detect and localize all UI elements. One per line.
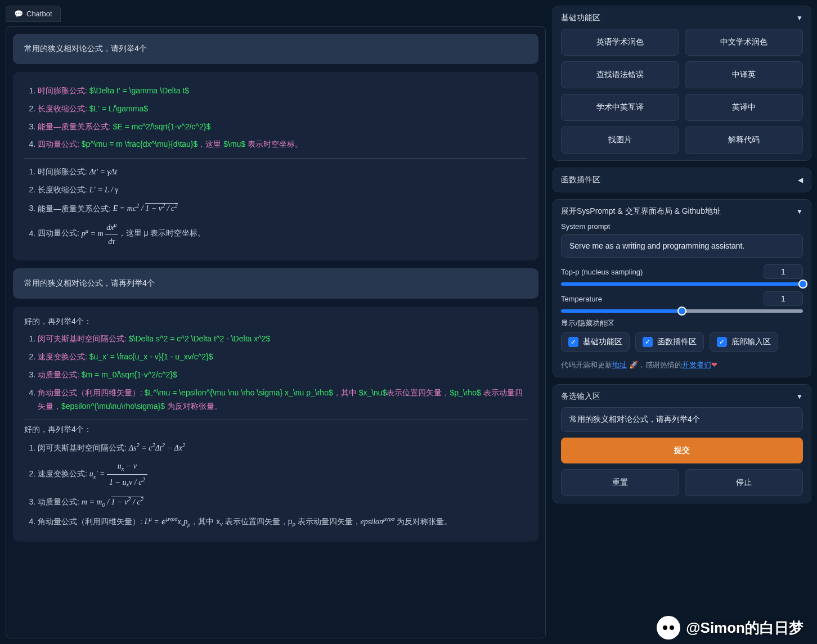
tab-bar: 💬 Chatbot xyxy=(6,6,546,22)
action-button[interactable]: 找图片 xyxy=(561,127,679,154)
formula-item-raw: 长度收缩公式: $L' = L/\gamma$ xyxy=(38,100,527,118)
alt-input[interactable]: 常用的狭义相对论公式，请再列举4个 xyxy=(561,407,803,432)
chevron-down-icon: ▼ xyxy=(796,14,803,22)
formula-item-rendered: 四动量公式: pμ = m dxμdτ，这里 μ 表示时空坐标。 xyxy=(38,218,527,250)
user-message-2: 常用的狭义相对论公式，请再列举4个 xyxy=(13,268,538,299)
formula-item-raw: 时间膨胀公式: $\Delta t' = \gamma \Delta t$ xyxy=(38,82,527,100)
divider xyxy=(24,158,527,159)
action-button[interactable]: 解释代码 xyxy=(685,127,803,154)
zone-checkbox[interactable]: ✓底部输入区 xyxy=(710,332,778,352)
formula-item-raw: 速度变换公式: $u_x' = \frac{u_x - v}{1 - u_xv/… xyxy=(38,348,527,366)
footer-note: 代码开源和更新地址 🚀，感谢热情的开发者们❤ xyxy=(561,360,803,370)
sysprompt-label: System prompt xyxy=(561,222,803,231)
chevron-left-icon: ◀ xyxy=(798,176,803,184)
weibo-icon xyxy=(657,616,680,640)
zone-checkbox[interactable]: ✓函数插件区 xyxy=(635,332,704,352)
advanced-panel: 展开SysPrompt & 交互界面布局 & Github地址 ▼ System… xyxy=(553,199,811,377)
chevron-down-icon: ▼ xyxy=(796,393,803,400)
bot-intro-rendered: 好的，再列举4个： xyxy=(24,425,527,435)
temp-slider[interactable] xyxy=(561,309,803,313)
zones-label: 显示/隐藏功能区 xyxy=(561,318,803,328)
user-message-1: 常用的狭义相对论公式，请列举4个 xyxy=(13,34,538,64)
chatbot-tab[interactable]: 💬 Chatbot xyxy=(6,6,61,22)
submit-button[interactable]: 提交 xyxy=(561,438,803,463)
bot-intro: 好的，再列举4个： xyxy=(24,317,527,327)
formula-item-rendered: 速度变换公式: ux′ = ux − v1 − uxv / c2 xyxy=(38,457,527,492)
chat-icon: 💬 xyxy=(14,10,23,18)
temp-value[interactable]: 1 xyxy=(764,291,803,306)
plugins-panel-header[interactable]: 函数插件区 ◀ xyxy=(561,175,803,185)
alt-input-value: 常用的狭义相对论公式，请再列举4个 xyxy=(569,415,700,424)
chevron-down-icon: ▼ xyxy=(796,208,803,215)
advanced-panel-header[interactable]: 展开SysPrompt & 交互界面布局 & Github地址 ▼ xyxy=(561,206,803,217)
slider-thumb[interactable] xyxy=(798,280,807,289)
action-button[interactable]: 中文学术润色 xyxy=(685,29,803,56)
formula-item-raw: 能量—质量关系公式: $E = mc^2/\sqrt{1-v^2/c^2}$ xyxy=(38,118,527,136)
user-msg-text: 常用的狭义相对论公式，请列举4个 xyxy=(24,44,147,53)
formula-item-raw: 闵可夫斯基时空间隔公式: $\Delta s^2 = c^2 \Delta t^… xyxy=(38,330,527,348)
stop-button[interactable]: 停止 xyxy=(685,469,803,496)
formula-item-rendered: 能量—质量关系公式: E = mc2 / 1 − v2 / c2 xyxy=(38,199,527,218)
formula-item-rendered: 动质量公式: m = m0 / 1 − v2 / c2 xyxy=(38,492,527,512)
temp-label: Temperature xyxy=(561,295,757,303)
formula-item-raw: 动质量公式: $m = m_0/\sqrt{1-v^2/c^2}$ xyxy=(38,366,527,384)
formula-item-rendered: 角动量公式（利用四维矢量）: Lμ = ϵμνρσxνpρ，其中 xν 表示位置… xyxy=(38,512,527,532)
zone-checkbox[interactable]: ✓基础功能区 xyxy=(561,332,630,352)
reset-button[interactable]: 重置 xyxy=(561,469,679,496)
action-button[interactable]: 英译中 xyxy=(685,94,803,121)
slider-thumb[interactable] xyxy=(677,307,686,316)
action-button[interactable]: 查找语法错误 xyxy=(561,61,679,88)
plugins-panel: 函数插件区 ◀ xyxy=(553,168,811,192)
input-panel: 备选输入区 ▼ 常用的狭义相对论公式，请再列举4个 提交 重置 停止 xyxy=(553,384,811,503)
heart-icon: ❤ xyxy=(711,361,717,369)
bot-message-2: 好的，再列举4个： 闵可夫斯基时空间隔公式: $\Delta s^2 = c^2… xyxy=(13,307,538,542)
check-icon: ✓ xyxy=(717,337,727,347)
user-msg-text: 常用的狭义相对论公式，请再列举4个 xyxy=(24,278,155,287)
basic-panel-header[interactable]: 基础功能区 ▼ xyxy=(561,13,803,23)
divider xyxy=(24,420,527,420)
sysprompt-value: Serve me as a writing and programming as… xyxy=(569,241,744,250)
watermark: @Simon的白日梦 xyxy=(657,616,803,640)
topp-slider[interactable] xyxy=(561,282,803,286)
input-panel-header[interactable]: 备选输入区 ▼ xyxy=(561,391,803,402)
action-button[interactable]: 中译英 xyxy=(685,61,803,88)
action-button[interactable]: 学术中英互译 xyxy=(561,94,679,121)
basic-panel: 基础功能区 ▼ 英语学术润色中文学术润色查找语法错误中译英学术中英互译英译中找图… xyxy=(553,6,811,161)
chat-area: 常用的狭义相对论公式，请列举4个 时间膨胀公式: $\Delta t' = \g… xyxy=(6,26,546,638)
check-icon: ✓ xyxy=(568,337,578,347)
formula-item-rendered: 时间膨胀公式: Δt′ = γΔt xyxy=(38,163,527,181)
formula-item-raw: 角动量公式（利用四维矢量）: $L^\mu = \epsilon^{\mu \n… xyxy=(38,384,527,416)
topp-label: Top-p (nucleus sampling) xyxy=(561,268,757,276)
panel-title: 展开SysPrompt & 交互界面布局 & Github地址 xyxy=(561,206,721,217)
topp-value[interactable]: 1 xyxy=(764,264,803,279)
action-button[interactable]: 英语学术润色 xyxy=(561,29,679,56)
tab-label: Chatbot xyxy=(26,10,52,18)
panel-title: 函数插件区 xyxy=(561,175,600,185)
check-icon: ✓ xyxy=(643,337,653,347)
source-link[interactable]: 地址 xyxy=(612,361,627,369)
sysprompt-input[interactable]: Serve me as a writing and programming as… xyxy=(561,234,803,258)
bot-message-1: 时间膨胀公式: $\Delta t' = \gamma \Delta t$长度收… xyxy=(13,72,538,260)
rocket-icon: 🚀 xyxy=(629,361,638,369)
devs-link[interactable]: 开发者们 xyxy=(682,361,711,369)
panel-title: 基础功能区 xyxy=(561,13,600,23)
formula-item-rendered: 长度收缩公式: L′ = L / γ xyxy=(38,181,527,199)
formula-item-raw: 四动量公式: $p^\mu = m \frac{dx^\mu}{d\tau}$，… xyxy=(38,136,527,154)
panel-title: 备选输入区 xyxy=(561,391,600,402)
formula-item-rendered: 闵可夫斯基时空间隔公式: Δs2 = c2Δt2 − Δx2 xyxy=(38,438,527,457)
